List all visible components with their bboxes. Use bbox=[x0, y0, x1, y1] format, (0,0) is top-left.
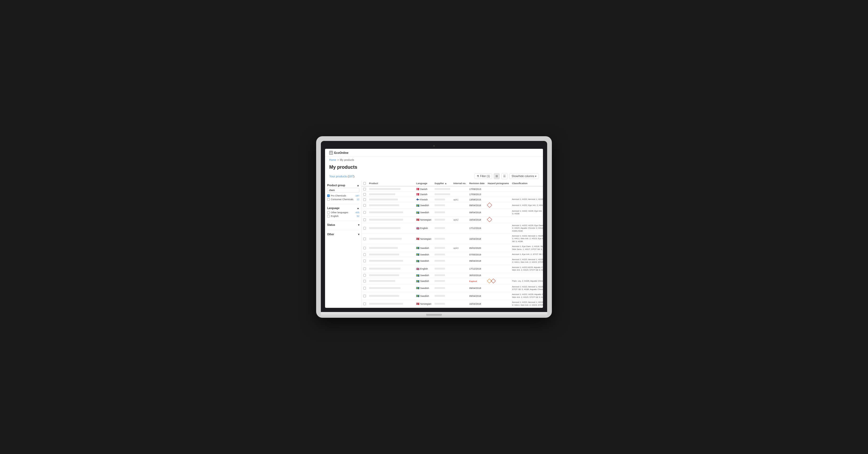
pro-chemicals-checkbox[interactable] bbox=[327, 194, 330, 197]
row-checkbox[interactable] bbox=[363, 218, 366, 221]
language-cell: 🇸🇪Swedish bbox=[414, 252, 433, 257]
language-name: English bbox=[420, 227, 428, 230]
product-cell[interactable] bbox=[368, 284, 414, 292]
language-cell: 🇸🇪Swedish bbox=[414, 244, 433, 252]
revision-date-cell: 05/02/2020 bbox=[468, 244, 486, 252]
other-languages-label: Other languages bbox=[331, 211, 348, 214]
breadcrumb-home[interactable]: Home bbox=[329, 158, 336, 161]
product-cell[interactable] bbox=[368, 186, 414, 192]
product-cell[interactable] bbox=[368, 192, 414, 197]
row-checkbox[interactable] bbox=[363, 274, 366, 277]
row-checkbox[interactable] bbox=[363, 193, 366, 196]
internal-no-cell bbox=[452, 278, 468, 284]
consumer-chemicals-checkbox[interactable] bbox=[327, 198, 330, 201]
th-product[interactable]: Product bbox=[368, 181, 414, 186]
th-revision[interactable]: Revision date bbox=[468, 181, 486, 186]
product-group-search[interactable] bbox=[327, 188, 359, 192]
supplier-cell bbox=[433, 273, 452, 278]
language-flag: 🇸🇪 bbox=[416, 204, 419, 207]
row-checkbox[interactable] bbox=[363, 295, 366, 297]
row-checkbox[interactable] bbox=[363, 287, 366, 290]
product-cell[interactable] bbox=[368, 278, 414, 284]
product-cell[interactable] bbox=[368, 202, 414, 209]
product-cell[interactable] bbox=[368, 234, 414, 244]
th-internal[interactable]: Internal no. bbox=[452, 181, 468, 186]
language-flag: 🇸🇪 bbox=[416, 280, 419, 283]
english-filter-item[interactable]: English 52 bbox=[327, 214, 359, 218]
row-checkbox[interactable] bbox=[363, 188, 366, 190]
revision-date-cell: 13/08/2015 bbox=[468, 197, 486, 202]
language-cell: 🇩🇰Danish bbox=[414, 192, 433, 197]
row-checkbox[interactable] bbox=[363, 268, 366, 270]
product-cell[interactable] bbox=[368, 300, 414, 308]
row-checkbox[interactable] bbox=[363, 198, 366, 201]
table-row: 🇬🇧English17/12/2019Aerosol 1; H222; H229… bbox=[362, 223, 543, 234]
th-supplier[interactable]: Supplier ▲ bbox=[433, 181, 452, 186]
row-checkbox[interactable] bbox=[363, 211, 366, 214]
row-checkbox[interactable] bbox=[363, 280, 366, 282]
product-cell[interactable] bbox=[368, 197, 414, 202]
language-cell: 🇸🇪Swedish bbox=[414, 257, 433, 265]
expired-badge: Expired bbox=[469, 280, 477, 282]
th-language[interactable]: Language bbox=[414, 181, 433, 186]
row-checkbox[interactable] bbox=[363, 253, 366, 256]
product-name-blurred bbox=[369, 219, 403, 220]
th-classification[interactable]: Classification bbox=[510, 181, 543, 186]
list-view-button[interactable]: ☰ bbox=[501, 173, 507, 179]
supplier-name-blurred bbox=[435, 238, 445, 240]
english-checkbox[interactable] bbox=[327, 215, 330, 217]
revision-date-cell: 09/04/2018 bbox=[468, 209, 486, 217]
classification-cell: Aerosol 1; H222; Aerosol 1; H229; Eye Ir… bbox=[510, 284, 543, 292]
logo-text: EcoOnline bbox=[334, 151, 348, 154]
language-header[interactable]: Language ▲ bbox=[327, 206, 359, 211]
consumer-chemicals-filter-item[interactable]: Consumer Chemicals 12 bbox=[327, 198, 359, 201]
language-cell: 🇳🇴Norwegian bbox=[414, 234, 433, 244]
toolbar-right: ⚗ Filter (1) ⊞ ☰ Show/hide columns ▾ bbox=[474, 173, 539, 179]
supplier-cell bbox=[433, 244, 452, 252]
product-cell[interactable] bbox=[368, 209, 414, 217]
internal-no-cell bbox=[452, 273, 468, 278]
other-header[interactable]: Other ▾ bbox=[327, 232, 359, 237]
breadcrumb-current: My products bbox=[340, 158, 354, 161]
product-cell[interactable] bbox=[368, 273, 414, 278]
select-all-checkbox[interactable] bbox=[363, 182, 366, 185]
row-checkbox[interactable] bbox=[363, 247, 366, 249]
other-languages-checkbox[interactable] bbox=[327, 211, 330, 214]
row-checkbox-cell bbox=[362, 300, 368, 308]
laptop-notch bbox=[426, 314, 442, 316]
th-hazard[interactable]: Hazard pictograms bbox=[486, 181, 510, 186]
product-cell[interactable] bbox=[368, 292, 414, 300]
product-group-header[interactable]: Product group ▲ bbox=[327, 183, 359, 188]
product-cell[interactable] bbox=[368, 223, 414, 234]
row-checkbox-cell bbox=[362, 202, 368, 209]
filter-button[interactable]: ⚗ Filter (1) bbox=[474, 174, 492, 179]
product-cell[interactable] bbox=[368, 244, 414, 252]
product-cell[interactable] bbox=[368, 216, 414, 223]
supplier-name-blurred bbox=[435, 199, 445, 201]
status-header[interactable]: Status ▾ bbox=[327, 222, 359, 228]
row-checkbox[interactable] bbox=[363, 204, 366, 207]
other-languages-filter-item[interactable]: Other languages 435 bbox=[327, 211, 359, 214]
classification-cell bbox=[510, 216, 543, 223]
row-checkbox[interactable] bbox=[363, 303, 366, 305]
pro-chemicals-label: Pro Chemicals bbox=[331, 194, 346, 197]
product-cell[interactable] bbox=[368, 265, 414, 273]
classification-cell: Aerosol 1; Eye Dam. 1; H318; Skin Irrit.… bbox=[510, 244, 543, 252]
language-name: Norwegian bbox=[420, 303, 431, 305]
hazard-pictograms-cell bbox=[486, 244, 510, 252]
language-cell: 🇸🇪Swedish bbox=[414, 273, 433, 278]
other-languages-count: 435 bbox=[355, 211, 359, 214]
language-flag: 🇸🇪 bbox=[416, 286, 419, 290]
pro-chemicals-filter-item[interactable]: Pro Chemicals 187 bbox=[327, 194, 359, 198]
show-hide-columns-button[interactable]: Show/hide columns ▾ bbox=[509, 174, 539, 179]
product-cell[interactable] bbox=[368, 252, 414, 257]
table-row: 🇬🇧English17/12/2019Aerosol 1; H222,H229;… bbox=[362, 265, 543, 273]
row-checkbox[interactable] bbox=[363, 227, 366, 230]
row-checkbox[interactable] bbox=[363, 260, 366, 262]
product-cell[interactable] bbox=[368, 257, 414, 265]
grid-view-button[interactable]: ⊞ bbox=[494, 173, 500, 179]
product-name-blurred bbox=[369, 295, 399, 297]
language-cell: 🇩🇰Danish bbox=[414, 186, 433, 192]
supplier-name-blurred bbox=[435, 287, 445, 289]
row-checkbox[interactable] bbox=[363, 238, 366, 240]
